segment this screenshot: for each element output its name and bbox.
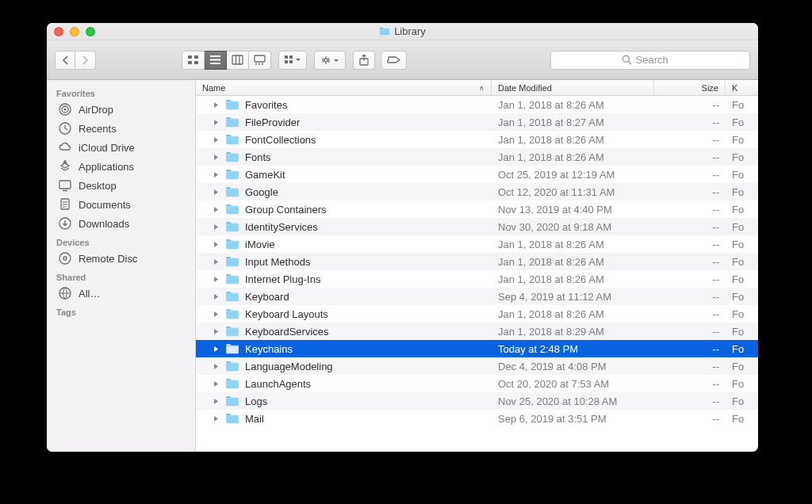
file-size: -- bbox=[654, 273, 726, 285]
file-row[interactable]: Input MethodsJan 1, 2018 at 8:26 AM--Fo bbox=[196, 253, 758, 270]
file-row[interactable]: LaunchAgentsOct 20, 2020 at 7:53 AM--Fo bbox=[196, 375, 758, 392]
column-size[interactable]: Size bbox=[654, 80, 726, 95]
disclosure-triangle-icon[interactable] bbox=[213, 171, 220, 178]
disclosure-triangle-icon[interactable] bbox=[213, 346, 220, 353]
file-row[interactable]: IdentityServicesNov 30, 2020 at 9:18 AM-… bbox=[196, 218, 758, 235]
disclosure-triangle-icon[interactable] bbox=[213, 311, 220, 318]
column-name[interactable]: Name ∧ bbox=[196, 80, 492, 95]
disclosure-triangle-icon[interactable] bbox=[213, 189, 220, 196]
forward-button[interactable] bbox=[75, 51, 96, 70]
column-kind[interactable]: K bbox=[726, 80, 758, 95]
gallery-view-button[interactable] bbox=[249, 51, 271, 70]
file-date: Nov 25, 2020 at 10:28 AM bbox=[492, 395, 654, 407]
disclosure-triangle-icon[interactable] bbox=[213, 415, 220, 422]
sidebar-item-recents[interactable]: Recents bbox=[47, 119, 195, 138]
svg-rect-1 bbox=[194, 55, 198, 59]
zoom-window-button[interactable] bbox=[86, 27, 95, 36]
finder-window: Library bbox=[47, 23, 758, 452]
folder-icon bbox=[225, 378, 239, 389]
search-input[interactable] bbox=[636, 54, 680, 66]
sidebar-item-label: All… bbox=[79, 288, 100, 300]
disclosure-triangle-icon[interactable] bbox=[213, 241, 220, 248]
disclosure-triangle-icon[interactable] bbox=[213, 101, 220, 109]
sidebar-item-label: Recents bbox=[79, 123, 117, 135]
sidebar-item-desktop[interactable]: Desktop bbox=[47, 176, 195, 195]
file-row[interactable]: MailSep 6, 2019 at 3:51 PM--Fo bbox=[196, 410, 758, 427]
sidebar-item-airdrop[interactable]: AirDrop bbox=[47, 100, 195, 119]
sort-ascending-icon: ∧ bbox=[479, 84, 485, 92]
sidebar-item-icloud-drive[interactable]: iCloud Drive bbox=[47, 138, 195, 157]
file-row[interactable]: KeychainsToday at 2:48 PM--Fo bbox=[196, 340, 758, 357]
disclosure-triangle-icon[interactable] bbox=[213, 154, 220, 161]
folder-icon bbox=[225, 221, 239, 232]
sidebar-item-documents[interactable]: Documents bbox=[47, 195, 195, 214]
disclosure-triangle-icon[interactable] bbox=[213, 380, 220, 388]
sidebar-item-downloads[interactable]: Downloads bbox=[47, 214, 195, 233]
file-date: Sep 6, 2019 at 3:51 PM bbox=[492, 413, 654, 425]
disclosure-triangle-icon[interactable] bbox=[213, 276, 220, 283]
file-date: Oct 12, 2020 at 11:31 AM bbox=[492, 186, 654, 198]
file-name: FileProvider bbox=[245, 116, 300, 128]
file-kind: Fo bbox=[726, 326, 758, 338]
file-row[interactable]: FavoritesJan 1, 2018 at 8:26 AM--Fo bbox=[196, 96, 758, 113]
file-kind: Fo bbox=[726, 256, 758, 268]
file-size: -- bbox=[654, 116, 726, 128]
folder-icon bbox=[225, 99, 239, 110]
action-group bbox=[314, 51, 346, 70]
arrange-button[interactable] bbox=[278, 51, 307, 70]
file-date: Jan 1, 2018 at 8:27 AM bbox=[492, 116, 654, 128]
file-row[interactable]: GameKitOct 25, 2019 at 12:19 AM--Fo bbox=[196, 166, 758, 183]
sidebar-item-remote-disc[interactable]: Remote Disc bbox=[47, 249, 195, 268]
file-row[interactable]: KeyboardSep 4, 2019 at 11:12 AM--Fo bbox=[196, 288, 758, 305]
file-row[interactable]: FileProviderJan 1, 2018 at 8:27 AM--Fo bbox=[196, 113, 758, 131]
close-window-button[interactable] bbox=[54, 27, 63, 36]
disclosure-triangle-icon[interactable] bbox=[213, 136, 220, 143]
disclosure-triangle-icon[interactable] bbox=[213, 223, 220, 231]
sidebar-item-applications[interactable]: Applications bbox=[47, 157, 195, 176]
back-button[interactable] bbox=[55, 51, 75, 70]
sidebar-item-label: Desktop bbox=[79, 180, 117, 192]
column-view-button[interactable] bbox=[227, 51, 249, 70]
svg-rect-0 bbox=[188, 55, 192, 59]
disclosure-triangle-icon[interactable] bbox=[213, 293, 220, 300]
disclosure-triangle-icon[interactable] bbox=[213, 258, 220, 265]
tags-button[interactable] bbox=[382, 51, 407, 70]
file-rows: FavoritesJan 1, 2018 at 8:26 AM--FoFileP… bbox=[196, 96, 758, 452]
file-name: LaunchAgents bbox=[245, 378, 311, 390]
file-size: -- bbox=[654, 134, 726, 146]
file-date: Jan 1, 2018 at 8:26 AM bbox=[492, 151, 654, 163]
file-row[interactable]: Group ContainersNov 13, 2019 at 4:40 PM-… bbox=[196, 200, 758, 218]
disclosure-triangle-icon[interactable] bbox=[213, 206, 220, 213]
disclosure-triangle-icon[interactable] bbox=[213, 363, 220, 370]
file-row[interactable]: iMovieJan 1, 2018 at 8:26 AM--Fo bbox=[196, 235, 758, 253]
minimize-window-button[interactable] bbox=[70, 27, 79, 36]
file-row[interactable]: FontCollectionsJan 1, 2018 at 8:26 AM--F… bbox=[196, 131, 758, 148]
file-row[interactable]: Internet Plug-InsJan 1, 2018 at 8:26 AM-… bbox=[196, 270, 758, 288]
file-name: GameKit bbox=[245, 169, 285, 181]
titlebar[interactable]: Library bbox=[47, 23, 758, 40]
disclosure-triangle-icon[interactable] bbox=[213, 328, 220, 335]
column-date[interactable]: Date Modified bbox=[492, 80, 654, 95]
disclosure-triangle-icon[interactable] bbox=[213, 398, 220, 405]
list-view-button[interactable] bbox=[205, 51, 227, 70]
share-button[interactable] bbox=[353, 51, 375, 70]
file-row[interactable]: Keyboard LayoutsJan 1, 2018 at 8:26 AM--… bbox=[196, 305, 758, 323]
action-button[interactable] bbox=[314, 51, 346, 70]
file-list: Name ∧ Date Modified Size K FavoritesJan… bbox=[196, 80, 758, 452]
file-row[interactable]: LogsNov 25, 2020 at 10:28 AM--Fo bbox=[196, 392, 758, 410]
disclosure-triangle-icon[interactable] bbox=[213, 119, 220, 126]
file-size: -- bbox=[654, 151, 726, 163]
file-date: Nov 13, 2019 at 4:40 PM bbox=[492, 204, 654, 216]
file-row[interactable]: GoogleOct 12, 2020 at 11:31 AM--Fo bbox=[196, 183, 758, 200]
file-name: Keyboard Layouts bbox=[245, 308, 328, 320]
icon-view-button[interactable] bbox=[182, 51, 205, 70]
file-row[interactable]: FontsJan 1, 2018 at 8:26 AM--Fo bbox=[196, 148, 758, 166]
file-name: Favorites bbox=[245, 99, 287, 111]
folder-icon bbox=[225, 186, 239, 197]
search-field[interactable] bbox=[550, 51, 750, 70]
file-row[interactable]: LanguageModelingDec 4, 2019 at 4:08 PM--… bbox=[196, 357, 758, 375]
sidebar-item-all-[interactable]: All… bbox=[47, 284, 195, 303]
svg-point-20 bbox=[622, 55, 629, 62]
file-row[interactable]: KeyboardServicesJan 1, 2018 at 8:29 AM--… bbox=[196, 323, 758, 340]
view-switcher bbox=[182, 51, 271, 70]
